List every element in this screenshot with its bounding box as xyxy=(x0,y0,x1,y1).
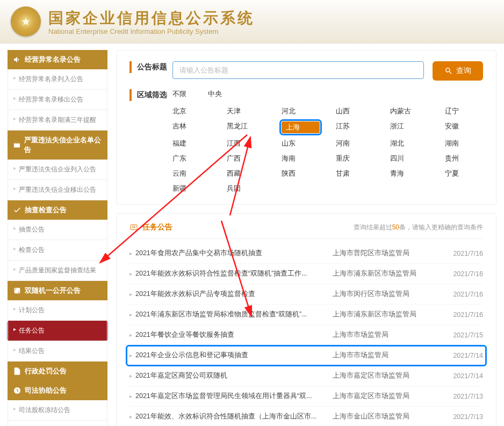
search-label: 公告标题 xyxy=(129,61,172,73)
region-item[interactable]: 兵团 xyxy=(227,184,265,193)
region-item[interactable]: 河北 xyxy=(282,106,320,116)
region-item[interactable]: 北京 xyxy=(172,106,211,116)
result-row[interactable]: ▸2021年能效水效标识符合性监督检查“双随机”抽查工作...上海市浦东新区市场… xyxy=(129,264,483,284)
chevron-right-icon: ▸ xyxy=(129,312,132,317)
result-title[interactable]: 2021年嘉定区商贸公司双随机 xyxy=(135,371,333,380)
result-row[interactable]: ▸2021年食用农产品集中交易市场随机抽查上海市普陀区市场监管局2021/7/1… xyxy=(129,243,483,264)
region-item[interactable]: 湖北 xyxy=(390,139,428,148)
results-hint: 查询结果超过50条，请输入更精确的查询条件 xyxy=(354,223,483,232)
region-item[interactable]: 新疆 xyxy=(172,184,211,193)
results-panel: 任务公告 查询结果超过50条，请输入更精确的查询条件 ▸2021年食用农产品集中… xyxy=(116,213,496,426)
sidebar-item[interactable]: 经营异常名录期满三年提醒 xyxy=(8,110,107,131)
header: 国家企业信用信息公示系统 National Enterprise Credit … xyxy=(0,0,504,44)
result-title[interactable]: 2021年嘉定区市场监督管理局民生领域在用计量器具“双... xyxy=(135,392,333,401)
sidebar-section-label: 严重违法失信企业名单公告 xyxy=(24,135,102,155)
region-item[interactable]: 四川 xyxy=(390,154,428,163)
result-date: 2021/7/16 xyxy=(440,311,483,319)
sidebar-item[interactable]: 经营异常名录移出公告 xyxy=(8,90,107,110)
region-item[interactable]: 云南 xyxy=(172,169,211,178)
sidebar-section-head[interactable]: 双随机一公开公告 xyxy=(8,281,107,300)
result-title[interactable]: 2021年能效水效标识符合性监督检查“双随机”抽查工作... xyxy=(135,269,333,278)
sidebar-section-head[interactable]: 抽查检查公告 xyxy=(8,200,107,220)
region-item[interactable]: 海南 xyxy=(282,154,320,163)
region-item[interactable]: 中央 xyxy=(208,89,222,99)
region-item[interactable]: 吉林 xyxy=(172,121,211,133)
region-item[interactable]: 贵州 xyxy=(445,154,483,163)
result-row[interactable]: ▸2021年嘉定区市场监督管理局民生领域在用计量器具“双...上海市嘉定区市场监… xyxy=(129,386,483,407)
result-row[interactable]: ▸2021年餐饮企业等餐饮服务抽查上海市市场监管局2021/7/15 xyxy=(129,325,483,345)
sidebar-item[interactable]: 严重违法失信企业移出公告 xyxy=(8,180,107,200)
region-item[interactable]: 广西 xyxy=(227,154,265,163)
result-row[interactable]: ▸2021年企业公示信息和登记事项抽查上海市市场监管局2021/7/14 xyxy=(126,345,486,366)
region-item[interactable]: 不限 xyxy=(172,89,186,99)
sidebar-item[interactable]: 结果公告 xyxy=(8,341,107,362)
sidebar-section-label: 司法协助公告 xyxy=(25,386,67,395)
region-item[interactable]: 甘肃 xyxy=(336,169,374,178)
region-item[interactable]: 重庆 xyxy=(336,154,374,163)
region-item[interactable]: 天津 xyxy=(227,106,265,116)
results-title: 任务公告 xyxy=(129,222,172,232)
results-title-text: 任务公告 xyxy=(142,222,172,232)
result-row[interactable]: ▸2021年浦东新区市场监管局标准物质监督检查“双随机”...上海市浦东新区市场… xyxy=(129,305,483,325)
region-item[interactable]: 辽宁 xyxy=(445,106,483,116)
sidebar-section-head[interactable]: 严重违法失信企业名单公告 xyxy=(8,131,107,160)
sidebar-section-head[interactable]: 经营异常名录公告 xyxy=(8,50,107,69)
sidebar-item[interactable]: 经营异常名录列入公告 xyxy=(8,69,107,90)
region-item[interactable]: 山东 xyxy=(282,139,320,148)
result-title[interactable]: 2021年浦东新区市场监管局标准物质监督检查“双随机”... xyxy=(135,310,333,319)
region-item[interactable]: 山西 xyxy=(336,106,374,116)
svg-rect-7 xyxy=(131,225,137,229)
sidebar-item[interactable]: 司法股权冻结公告 xyxy=(8,400,107,421)
result-date: 2021/7/13 xyxy=(440,413,483,421)
result-row[interactable]: ▸2021年嘉定区商贸公司双随机上海市嘉定区市场监管局2021/7/14 xyxy=(129,366,483,386)
result-title[interactable]: 2021年能效水效标识产品专项监督检查 xyxy=(135,290,333,299)
region-item[interactable]: 陕西 xyxy=(282,169,320,178)
region-item[interactable]: 西藏 xyxy=(227,169,265,178)
sidebar-section-head[interactable]: 行政处罚公告 xyxy=(8,362,107,381)
result-title[interactable]: 2021年食用农产品集中交易市场随机抽查 xyxy=(135,249,333,258)
result-title[interactable]: 2021年餐饮企业等餐饮服务抽查 xyxy=(135,330,333,340)
sidebar-item[interactable]: 严重违法失信企业列入公告 xyxy=(8,160,107,180)
sidebar-section-label: 经营异常名录公告 xyxy=(25,55,81,64)
region-item[interactable]: 广东 xyxy=(172,154,211,163)
sidebar: 经营异常名录公告经营异常名录列入公告经营异常名录移出公告经营异常名录期满三年提醒… xyxy=(8,50,107,426)
sidebar-item[interactable]: 计划公告 xyxy=(8,300,107,321)
region-item[interactable]: 江苏 xyxy=(336,121,374,133)
result-org: 上海市浦东新区市场监管局 xyxy=(333,269,440,278)
search-input[interactable] xyxy=(172,61,424,79)
region-item[interactable]: 内蒙古 xyxy=(390,106,428,116)
chevron-right-icon: ▸ xyxy=(129,250,132,256)
sidebar-item[interactable]: 检查公告 xyxy=(8,240,107,261)
result-org: 上海市浦东新区市场监管局 xyxy=(333,310,440,319)
region-item[interactable]: 浙江 xyxy=(390,121,428,133)
sidebar-item[interactable]: 抽查公告 xyxy=(8,220,107,240)
result-org: 上海市普陀区市场监管局 xyxy=(333,249,440,258)
result-org: 上海市嘉定区市场监管局 xyxy=(333,371,440,380)
region-item[interactable]: 青海 xyxy=(390,169,428,178)
region-item[interactable]: 河南 xyxy=(336,139,374,148)
sidebar-section-label: 双随机一公开公告 xyxy=(25,286,81,295)
result-title[interactable]: 2021年能效、水效标识符合性随机抽查（上海市金山区市... xyxy=(135,412,333,421)
result-row[interactable]: ▸2021年能效、水效标识符合性随机抽查（上海市金山区市...上海市金山区市场监… xyxy=(129,407,483,426)
result-org: 上海市嘉定区市场监管局 xyxy=(333,392,440,401)
result-title[interactable]: 2021年企业公示信息和登记事项抽查 xyxy=(135,351,333,360)
region-top-row: 不限中央 xyxy=(172,89,483,99)
chevron-right-icon: ▸ xyxy=(129,352,132,358)
sidebar-item[interactable]: 司法股东变更公告 xyxy=(8,421,107,426)
filter-panel: 公告标题 查询 区域筛选 不限中央 北京天津河北山西内蒙古辽宁吉林黑龙江上海江苏… xyxy=(116,50,496,205)
chevron-right-icon: ▸ xyxy=(129,414,132,420)
region-item[interactable]: 江西 xyxy=(227,139,265,148)
sidebar-item-active[interactable]: 任务公告 xyxy=(8,321,107,341)
sidebar-section-head[interactable]: 司法协助公告 xyxy=(8,381,107,400)
region-item-selected[interactable]: 上海 xyxy=(282,121,320,133)
sidebar-item[interactable]: 产品质量国家监督抽查结果 xyxy=(8,261,107,281)
result-org: 上海市市场监管局 xyxy=(333,330,440,340)
region-item[interactable]: 安徽 xyxy=(445,121,483,133)
sidebar-section-label: 行政处罚公告 xyxy=(25,366,67,376)
region-item[interactable]: 黑龙江 xyxy=(227,121,265,133)
region-item[interactable]: 湖南 xyxy=(445,139,483,148)
search-button[interactable]: 查询 xyxy=(433,61,483,81)
region-item[interactable]: 宁夏 xyxy=(445,169,483,178)
result-row[interactable]: ▸2021年能效水效标识产品专项监督检查上海市闵行区市场监管局2021/7/16 xyxy=(129,284,483,305)
region-item[interactable]: 福建 xyxy=(172,139,211,148)
